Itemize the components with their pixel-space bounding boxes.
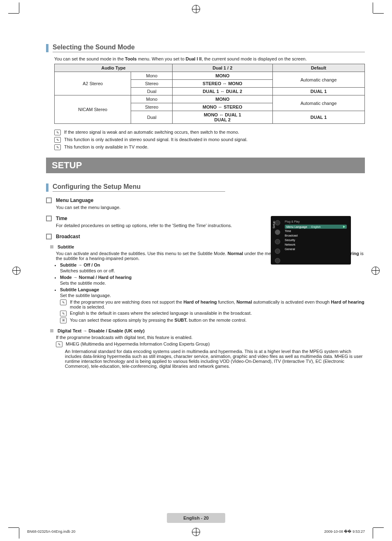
sound-intro: You can set the sound mode in the Tools … bbox=[54, 56, 365, 61]
footer-left: BN68-02325A-04Eng.indb 20 bbox=[27, 529, 76, 534]
note-icon: ✎ bbox=[60, 300, 67, 305]
list-item: Mode → Normal / Hard of hearing Sets the… bbox=[60, 275, 365, 286]
registration-mark-icon bbox=[12, 267, 21, 275]
note-text: If the programme you are watching does n… bbox=[70, 300, 365, 309]
sound-notes: ✎If the stereo signal is weak and an aut… bbox=[54, 130, 365, 150]
cell: Mono bbox=[131, 95, 173, 103]
cell: Stereo bbox=[131, 80, 173, 88]
page-number-pill: English - 20 bbox=[167, 513, 225, 523]
heading-text: Configuring the Setup Menu bbox=[53, 183, 225, 190]
tv-item: Broadcast bbox=[285, 233, 347, 238]
tv-sidebar-dot-icon bbox=[275, 258, 280, 263]
note-text: You can select these options simply by p… bbox=[70, 318, 247, 323]
cell: DUAL 1 bbox=[272, 111, 364, 124]
tv-item: General bbox=[285, 247, 347, 251]
crop-mark-icon bbox=[373, 528, 373, 539]
note-icon: ✎ bbox=[54, 144, 61, 150]
tv-sidebar-gear-icon bbox=[275, 230, 280, 235]
tv-sidebar-dot-icon bbox=[275, 248, 280, 254]
section-heading-config: Configuring the Setup Menu bbox=[46, 183, 365, 192]
remote-button-icon: ⌘ bbox=[60, 318, 67, 323]
note-text: English is the default in cases where th… bbox=[70, 311, 252, 316]
tv-item: Security bbox=[285, 238, 347, 242]
body-text: If the programme broadcasts with digital… bbox=[56, 335, 365, 340]
cell: DUAL 1 bbox=[272, 88, 364, 95]
subtitle-bullet-list: Subtitle → Off / On Switches subtitles o… bbox=[60, 262, 365, 323]
tv-item-selected: Menu Language : English ▶ bbox=[285, 225, 347, 229]
note-icon: ✎ bbox=[54, 137, 61, 143]
crop-mark-icon bbox=[8, 13, 19, 14]
crop-mark-icon bbox=[373, 13, 384, 14]
tv-item: Plug & Play bbox=[285, 220, 347, 223]
cell: Dual bbox=[131, 111, 173, 124]
crop-mark-icon bbox=[8, 527, 19, 528]
body-text: An International standard for data encod… bbox=[65, 349, 365, 369]
th-dual: Dual 1 / 2 bbox=[173, 64, 272, 72]
cell: Stereo bbox=[131, 103, 173, 111]
registration-mark-icon bbox=[192, 528, 200, 536]
sub2-heading-digital-text: Digital Text → Disable / Enable (UK only… bbox=[50, 328, 365, 333]
crop-mark-icon bbox=[373, 2, 373, 13]
sound-mode-table: Audio Type Dual 1 / 2 Default A2 Stereo … bbox=[54, 64, 365, 124]
square-bullet-icon bbox=[46, 216, 52, 221]
cell: MONO ↔ STEREO bbox=[173, 103, 272, 111]
note-text: If the stereo signal is weak and an auto… bbox=[64, 130, 239, 135]
cell: Automatic change bbox=[272, 95, 364, 111]
arrow-right-icon: ▶ bbox=[343, 225, 345, 228]
manual-page: Selecting the Sound Mode You can set the… bbox=[0, 0, 392, 541]
tv-side-icons bbox=[275, 220, 280, 263]
note-icon: ✎ bbox=[56, 341, 62, 347]
cell-group-a2: A2 Stereo bbox=[55, 72, 131, 95]
note-icon: ✎ bbox=[54, 130, 61, 135]
note-text: MHEG (Multimedia and Hypermedia Informat… bbox=[66, 341, 210, 346]
registration-mark-icon bbox=[192, 5, 200, 13]
crop-mark-icon bbox=[19, 2, 19, 13]
note-text: This function is only available in TV mo… bbox=[64, 144, 148, 149]
section-heading-sound: Selecting the Sound Mode bbox=[46, 44, 365, 52]
note-icon: ✎ bbox=[60, 311, 67, 316]
mini-square-icon bbox=[50, 329, 53, 332]
cell: STEREO ↔ MONO bbox=[173, 80, 272, 88]
body-text: You can set the menu language. bbox=[56, 205, 365, 210]
square-bullet-icon bbox=[46, 197, 52, 203]
note-text: This function is only activated in stere… bbox=[64, 137, 247, 142]
sub-heading-menu-language: Menu Language bbox=[46, 197, 365, 203]
cell: MONO bbox=[173, 95, 272, 103]
cell-group-nicam: NICAM Stereo bbox=[55, 95, 131, 124]
registration-mark-icon bbox=[371, 267, 380, 275]
th-default: Default bbox=[272, 64, 364, 72]
cell: Mono bbox=[131, 72, 173, 80]
crop-mark-icon bbox=[19, 528, 19, 539]
crop-mark-icon bbox=[373, 527, 384, 528]
cell: Automatic change bbox=[272, 72, 364, 88]
heading-accent-icon bbox=[46, 44, 48, 52]
setup-band: SETUP bbox=[46, 158, 365, 173]
tv-menu-mock: Setup Plug & Play Menu Language : Englis… bbox=[271, 216, 351, 265]
tv-sidebar-dot-icon bbox=[275, 239, 280, 244]
tv-item: Time bbox=[285, 229, 347, 233]
square-bullet-icon bbox=[46, 234, 52, 239]
cell: DUAL 1 ↔ DUAL 2 bbox=[173, 88, 272, 95]
cell: Dual bbox=[131, 88, 173, 95]
mini-square-icon bbox=[50, 245, 53, 248]
tv-item: Network bbox=[285, 242, 347, 247]
th-audio-type: Audio Type bbox=[55, 64, 173, 72]
cell: MONO ↔ DUAL 1 DUAL 2 bbox=[173, 111, 272, 124]
footer-right: 2009-10-08 �� 9:53:27 bbox=[324, 529, 365, 534]
tv-sidebar-dot-icon bbox=[275, 220, 280, 225]
list-item: Subtitle Language Set the subtitle langu… bbox=[60, 287, 365, 323]
heading-text: Selecting the Sound Mode bbox=[53, 44, 365, 51]
cell: MONO bbox=[173, 72, 272, 80]
heading-accent-icon bbox=[46, 183, 48, 192]
